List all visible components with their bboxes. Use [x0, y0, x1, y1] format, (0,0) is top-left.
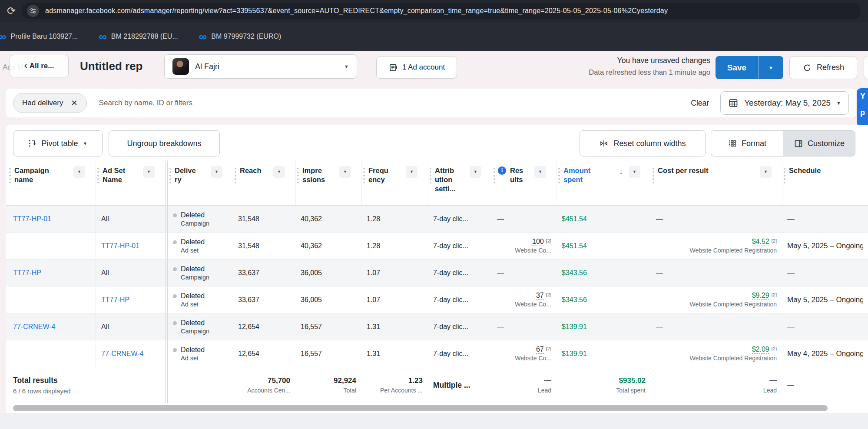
metric-type-label: Website Co...: [515, 355, 551, 362]
cell-reach: 33,637: [233, 259, 295, 286]
save-options-button[interactable]: ▼: [759, 56, 783, 79]
table-row-adset: TT77-HP-01DeletedAd set31,54840,3621.287…: [6, 233, 868, 259]
column-menu-button[interactable]: ▼: [470, 166, 481, 178]
column-drag-handle[interactable]: [97, 167, 99, 184]
cell-amount-spent: $139.91: [557, 340, 651, 367]
account-dropdown[interactable]: Al Fajri ▼: [164, 54, 357, 79]
totals-value: 75,700: [268, 376, 290, 385]
column-menu-button[interactable]: ▼: [273, 166, 285, 178]
cell-cost-per-result: —: [651, 206, 782, 232]
column-drag-handle[interactable]: [9, 167, 11, 184]
metric-value[interactable]: 100: [532, 238, 544, 246]
column-menu-button[interactable]: ▼: [73, 166, 85, 178]
bottom-strip: [0, 413, 868, 429]
cell-campaign-name: TT77-HP-01: [8, 206, 96, 232]
campaign-link[interactable]: TT77-HP-01: [13, 215, 90, 223]
campaign-link[interactable]: TT77-HP: [13, 269, 90, 277]
cell-frequency: 1.28: [361, 206, 428, 232]
column-header-campaign[interactable]: Campaign name▼: [8, 161, 96, 205]
date-range-picker[interactable]: Yesterday: May 5, 2025 ▼: [720, 91, 849, 115]
cell-campaign-name: [8, 233, 96, 259]
cell-results: 100[2]Website Co...: [492, 233, 557, 259]
column-header-label: Schedule: [789, 166, 821, 175]
clear-filters-link[interactable]: Clear: [691, 99, 709, 108]
ad-account-button[interactable]: 1 Ad account: [376, 56, 457, 79]
bookmark-bm-1[interactable]: ∞ BM 218292788 (EU...: [99, 32, 178, 41]
amount-spent-value: $343.56: [562, 296, 646, 304]
column-header-schedule[interactable]: Schedule: [782, 161, 868, 205]
customize-button[interactable]: Customize: [783, 131, 855, 156]
ungroup-breakdowns-button[interactable]: Ungroup breakdowns: [109, 130, 220, 156]
column-menu-button[interactable]: ▼: [339, 166, 351, 178]
horizontal-scrollbar[interactable]: [13, 405, 828, 411]
column-menu-button[interactable]: ▼: [760, 166, 772, 178]
format-button[interactable]: Format: [711, 131, 783, 156]
column-header-adset[interactable]: Ad Set Name▼: [96, 161, 165, 205]
ungroup-breakdowns-label: Ungroup breakdowns: [127, 139, 201, 148]
info-icon[interactable]: i: [498, 166, 506, 175]
metric-value[interactable]: 37: [536, 292, 544, 300]
data-refreshed-text: Data refreshed less than 1 minute ago: [589, 68, 710, 76]
cell-adset-name: All: [96, 313, 165, 340]
pivot-table-dropdown[interactable]: Pivot table ▼: [13, 130, 103, 156]
column-header-impressions[interactable]: Impre ssions▼: [295, 161, 361, 205]
column-header-delivery[interactable]: Delive ry▼: [168, 161, 233, 205]
column-header-spent[interactable]: Amount spent↓▼: [557, 161, 651, 205]
clipped-side-tooltip: Y p: [857, 88, 868, 126]
bookmark-bm-2[interactable]: ∞ BM 97999732 (EURO): [199, 32, 282, 41]
column-drag-handle[interactable]: [494, 167, 495, 184]
column-menu-button[interactable]: ▼: [211, 166, 222, 178]
cell-amount-spent: $451.54: [557, 233, 651, 259]
column-drag-handle[interactable]: [297, 167, 299, 184]
cell-reach: 31,548: [233, 206, 295, 232]
account-name: Al Fajri: [195, 62, 338, 71]
bookmark-label: BM 97999732 (EURO): [211, 33, 281, 40]
adset-link[interactable]: TT77-HP: [101, 296, 160, 304]
column-header-results[interactable]: iRes ults▼: [492, 161, 557, 205]
column-header-cpr[interactable]: Cost per result▼: [651, 161, 782, 205]
delivery-status-dot-icon: [173, 348, 177, 352]
remove-filter-icon[interactable]: ✕: [71, 98, 78, 108]
column-drag-handle[interactable]: [430, 167, 431, 184]
delivery-status-label: Deleted: [181, 211, 209, 219]
column-drag-handle[interactable]: [653, 167, 654, 184]
column-drag-handle[interactable]: [558, 167, 560, 184]
search-input[interactable]: [98, 98, 691, 108]
reload-icon[interactable]: ⟳: [7, 6, 16, 16]
column-drag-handle[interactable]: [169, 167, 171, 184]
had-delivery-filter-chip[interactable]: Had delivery ✕: [13, 93, 87, 113]
all-reports-back-button[interactable]: ‹ All re...: [10, 55, 69, 77]
save-button[interactable]: Save: [716, 56, 759, 79]
metric-value[interactable]: $9.29: [752, 292, 769, 300]
column-menu-button[interactable]: ▼: [143, 166, 155, 178]
metric-value[interactable]: $4.52: [752, 238, 769, 246]
column-header-reach[interactable]: Reach▼: [233, 161, 295, 205]
metric-value[interactable]: $2.09: [752, 346, 769, 354]
url-text: adsmanager.facebook.com/adsmanager/repor…: [45, 7, 668, 15]
cell-impressions: 36,005: [295, 286, 361, 313]
column-drag-handle[interactable]: [235, 167, 236, 184]
metric-value[interactable]: 67: [536, 346, 544, 354]
column-menu-button[interactable]: ▼: [406, 166, 417, 178]
adset-link[interactable]: TT77-HP-01: [101, 242, 160, 250]
column-header-frequency[interactable]: Frequ ency▼: [361, 161, 428, 205]
cell-impressions: 16,557: [295, 340, 361, 367]
delivery-level-label: Campaign: [181, 274, 209, 281]
site-settings-icon[interactable]: [27, 5, 39, 17]
reset-column-widths-button[interactable]: Reset column widths: [580, 130, 706, 156]
url-field[interactable]: adsmanager.facebook.com/adsmanager/repor…: [22, 3, 861, 19]
refresh-button[interactable]: Refresh: [789, 56, 857, 79]
customize-icon: [794, 139, 803, 148]
bookmark-profile[interactable]: ∞ Profile Baru 103927...: [4, 32, 78, 41]
column-menu-button[interactable]: ▼: [534, 166, 546, 178]
clipped-edge-button[interactable]: [864, 56, 868, 79]
totals-attribution: Multiple ...: [428, 367, 492, 403]
column-header-attribution[interactable]: Attrib ution setti...▼: [428, 161, 492, 205]
column-menu-button[interactable]: ▼: [629, 166, 640, 178]
campaign-link[interactable]: 77-CRNEW-4: [13, 323, 90, 331]
customize-label: Customize: [808, 139, 845, 148]
column-drag-handle[interactable]: [363, 167, 365, 184]
tooltip-text: Y: [860, 92, 865, 101]
adset-link[interactable]: 77-CRNEW-4: [101, 350, 160, 358]
column-drag-handle[interactable]: [784, 167, 785, 184]
